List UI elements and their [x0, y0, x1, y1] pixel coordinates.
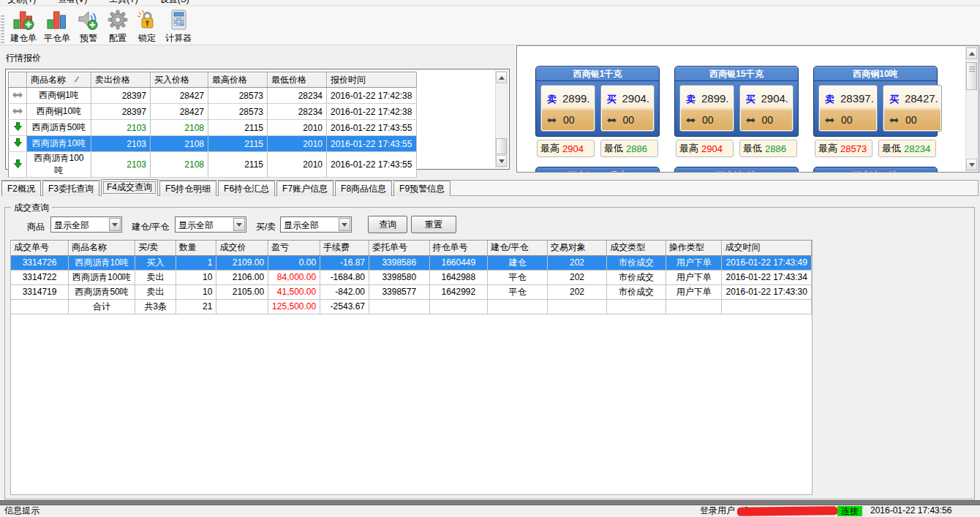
app-window: 交易(T) 查看(V) 工具(T) 设置(S) 建仓单 平仓单: [0, 0, 980, 517]
sell-price: 2899.: [701, 92, 729, 105]
trade-row[interactable]: 3314722 西商沥青100吨 卖出 10 2106.00 84,000.00…: [11, 270, 812, 284]
menu-settings[interactable]: 设置(S): [160, 0, 189, 5]
toolbar-button-label: 锁定: [138, 33, 156, 44]
menu-tools[interactable]: 工具(T): [109, 0, 137, 5]
trade-table-header: 成交单号 商品名称 买/卖 数量 成交价 盈亏 手续费 委托单号 持仓单号 建仓…: [11, 241, 812, 255]
tab-f9-alert-info[interactable]: F9预警信息: [393, 181, 451, 196]
col-qty[interactable]: 数量: [176, 241, 216, 255]
tab-f5-position-detail[interactable]: F5持仓明细: [159, 181, 216, 196]
high-stat: 最高2904: [676, 140, 734, 157]
scroll-down-button[interactable]: [496, 155, 507, 167]
trend-flat-icon: [12, 91, 23, 101]
dropdown-arrow-icon[interactable]: [339, 218, 350, 231]
tab-f4-trade-query[interactable]: F4成交查询: [101, 179, 158, 196]
column-header-time[interactable]: 报价时间: [327, 72, 417, 88]
buy-decimal: 00: [905, 114, 917, 126]
scroll-thumb[interactable]: [496, 138, 507, 154]
col-pnl[interactable]: 盈亏: [268, 241, 320, 255]
sell-price: 2899.: [562, 92, 590, 105]
column-header-low[interactable]: 最低价格: [268, 72, 327, 88]
quote-row-selected[interactable]: 西商沥青10吨 2103 2108 2115 2010 2016-01-22 1…: [9, 136, 417, 152]
dropdown-arrow-icon[interactable]: [109, 218, 121, 231]
quote-row[interactable]: 西商铜1吨 28397 28427 28573 28234 2016-01-22…: [9, 88, 417, 104]
open-position-order-button[interactable]: 建仓单: [7, 7, 40, 44]
quote-card-partial[interactable]: 西商油1吨: [674, 167, 799, 173]
product-filter-select[interactable]: 显示全部: [50, 216, 122, 233]
trade-query-groupbox: 成交查询 商品 显示全部 建仓/平仓 显示全部 买/卖 显示全部 查询 重置 成…: [4, 207, 975, 499]
alert-button[interactable]: 预警: [74, 7, 103, 44]
column-header-high[interactable]: 最高价格: [208, 72, 268, 88]
dropdown-arrow-icon[interactable]: [233, 218, 245, 231]
trade-row-selected[interactable]: 3314726 西商沥青10吨 买入 1 2109.00 0.00 -16.87…: [11, 255, 812, 270]
col-counterparty[interactable]: 交易对象: [547, 241, 607, 255]
toolbar-gripper[interactable]: [1, 15, 4, 45]
sort-indicator: [75, 76, 80, 83]
cards-scrollbar[interactable]: [965, 47, 978, 171]
tab-f2-overview[interactable]: F2概况: [1, 181, 41, 196]
tab-f3-order-query[interactable]: F3委托查询: [42, 181, 99, 196]
close-position-order-button[interactable]: 平仓单: [40, 7, 74, 44]
flat-arrow-icon: [746, 114, 755, 126]
trend-column-header[interactable]: [9, 72, 27, 88]
tab-f8-product-info[interactable]: F8商品信息: [335, 181, 392, 196]
config-button[interactable]: 配置: [103, 7, 132, 44]
buy-button[interactable]: 买2904. 00: [600, 85, 655, 132]
col-price[interactable]: 成交价: [216, 241, 268, 255]
toolbar-button-label: 预警: [80, 33, 97, 44]
quote-row[interactable]: 西商铜10吨 28397 28427 28573 28234 2016-01-2…: [9, 104, 417, 120]
sell-button[interactable]: 卖2899. 00: [540, 85, 595, 132]
quote-card-partial[interactable]: 西商银100千克: [535, 167, 660, 173]
card-title: 西商银1千克: [536, 67, 659, 81]
col-op-type[interactable]: 操作类型: [666, 241, 722, 255]
query-button[interactable]: 查询: [368, 216, 407, 233]
col-trade-id[interactable]: 成交单号: [11, 241, 69, 255]
quote-row[interactable]: 西商沥青50吨 2103 2108 2115 2010 2016-01-22 1…: [9, 120, 417, 136]
username-redaction-mark: [737, 506, 838, 516]
quote-row[interactable]: 西商沥青100吨 2103 2108 2115 2010 2016-01-22 …: [9, 152, 417, 178]
quote-table-scrollbar[interactable]: [495, 71, 508, 167]
trade-table: 成交单号 商品名称 买/卖 数量 成交价 盈亏 手续费 委托单号 持仓单号 建仓…: [11, 241, 812, 314]
open-close-filter-select[interactable]: 显示全部: [175, 216, 246, 233]
column-header-name[interactable]: 商品名称: [27, 72, 91, 88]
reset-button[interactable]: 重置: [411, 216, 456, 233]
lock-icon: [136, 9, 158, 33]
sell-button[interactable]: 卖28397. 00: [818, 85, 878, 132]
buy-button[interactable]: 买2904. 00: [739, 85, 794, 132]
high-stat: 最高28573: [815, 140, 872, 157]
column-header-sell[interactable]: 卖出价格: [91, 72, 151, 88]
scroll-down-button[interactable]: [966, 159, 977, 170]
menu-view[interactable]: 查看(V): [58, 0, 87, 5]
tab-f6-position-summary[interactable]: F6持仓汇总: [218, 181, 275, 196]
tab-f7-account-info[interactable]: F7账户信息: [276, 181, 333, 196]
buy-label: 买: [607, 93, 617, 106]
calculator-button[interactable]: 计算器: [162, 7, 195, 44]
lock-button[interactable]: 锁定: [132, 7, 162, 44]
scroll-up-button[interactable]: [966, 48, 977, 59]
col-position-id[interactable]: 持仓单号: [429, 241, 488, 255]
col-product-name[interactable]: 商品名称: [69, 241, 135, 255]
col-open-close[interactable]: 建仓/平仓: [488, 241, 548, 255]
column-header-buy[interactable]: 买入价格: [151, 72, 208, 88]
buy-label: 买: [889, 93, 899, 106]
buy-sell-filter-select[interactable]: 显示全部: [280, 216, 352, 233]
scroll-up-button[interactable]: [496, 72, 507, 83]
quote-card: 西商银1千克 卖2899. 00 买2904. 00 最高2904: [535, 66, 660, 157]
chart-icon: [46, 9, 68, 33]
menu-trade[interactable]: 交易(T): [7, 0, 36, 5]
buy-price: 2904.: [622, 92, 650, 105]
toolbar-button-label: 建仓单: [10, 33, 37, 44]
col-trade-time[interactable]: 成交时间: [722, 241, 812, 255]
col-order-id[interactable]: 委托单号: [369, 241, 430, 255]
buy-button[interactable]: 买28427. 00: [883, 85, 942, 132]
quote-card-partial[interactable]: 西商油10吨: [813, 167, 938, 173]
quote-table-frame: 商品名称 卖出价格 买入价格 最高价格 最低价格 报价时间 西商铜1吨 2839…: [5, 69, 510, 170]
buy-decimal: 00: [762, 114, 774, 126]
col-trade-type[interactable]: 成交类型: [607, 241, 666, 255]
col-side[interactable]: 买/卖: [135, 241, 176, 255]
scroll-thumb[interactable]: [966, 62, 977, 90]
sell-decimal: 00: [702, 114, 714, 126]
trade-row[interactable]: 3314719 西商沥青50吨 卖出 10 2105.00 41,500.00 …: [11, 284, 812, 299]
bottom-splitter[interactable]: [0, 500, 980, 505]
sell-button[interactable]: 卖2899. 00: [679, 85, 734, 132]
col-fee[interactable]: 手续费: [320, 241, 369, 255]
